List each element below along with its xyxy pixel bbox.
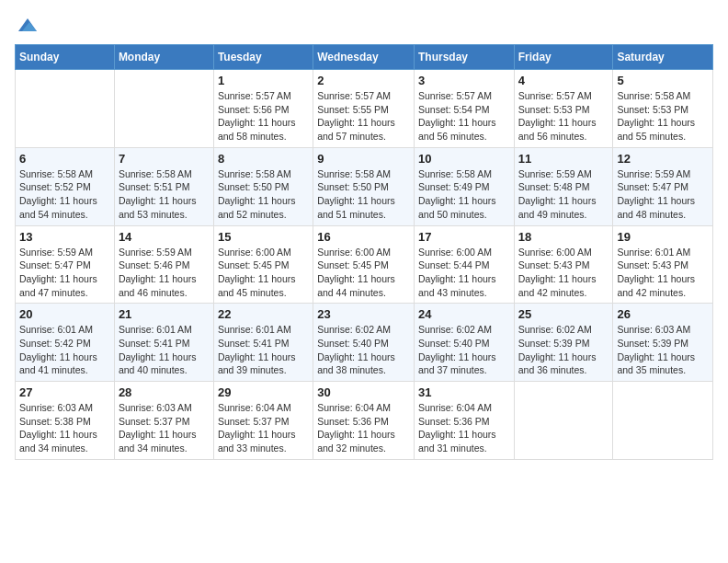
day-number: 9 (317, 152, 410, 166)
day-info: Sunrise: 5:58 AMSunset: 5:52 PMDaylight:… (19, 167, 110, 222)
day-info: Sunrise: 5:57 AMSunset: 5:53 PMDaylight:… (518, 89, 609, 144)
calendar-cell: 11Sunrise: 5:59 AMSunset: 5:48 PMDayligh… (514, 147, 613, 225)
day-info: Sunrise: 6:01 AMSunset: 5:41 PMDaylight:… (218, 323, 309, 377)
day-number: 17 (418, 230, 510, 244)
day-info: Sunrise: 5:57 AMSunset: 5:54 PMDaylight:… (418, 89, 510, 144)
day-info: Sunrise: 6:02 AMSunset: 5:39 PMDaylight:… (518, 323, 609, 377)
calendar-week-row: 27Sunrise: 6:03 AMSunset: 5:38 PMDayligh… (16, 382, 713, 460)
day-number: 15 (218, 230, 309, 244)
day-number: 30 (317, 385, 410, 399)
day-info: Sunrise: 6:01 AMSunset: 5:41 PMDaylight:… (119, 323, 210, 377)
day-info: Sunrise: 6:04 AMSunset: 5:36 PMDaylight:… (317, 401, 410, 455)
day-info: Sunrise: 6:00 AMSunset: 5:43 PMDaylight:… (518, 246, 609, 300)
day-number: 25 (518, 307, 609, 321)
header-monday: Monday (114, 45, 213, 70)
day-number: 7 (119, 152, 210, 166)
day-info: Sunrise: 6:04 AMSunset: 5:37 PMDaylight:… (218, 401, 309, 455)
day-number: 13 (19, 230, 110, 244)
day-number: 26 (617, 307, 709, 321)
day-info: Sunrise: 5:58 AMSunset: 5:50 PMDaylight:… (317, 167, 410, 222)
day-info: Sunrise: 5:58 AMSunset: 5:51 PMDaylight:… (119, 167, 210, 222)
day-info: Sunrise: 6:03 AMSunset: 5:37 PMDaylight:… (119, 401, 210, 455)
calendar-cell (613, 382, 713, 460)
header-thursday: Thursday (414, 45, 514, 70)
calendar-cell (114, 70, 213, 148)
calendar-table: SundayMondayTuesdayWednesdayThursdayFrid… (15, 44, 713, 460)
day-info: Sunrise: 5:58 AMSunset: 5:49 PMDaylight:… (418, 167, 510, 222)
day-number: 31 (418, 385, 510, 399)
day-number: 11 (518, 152, 609, 166)
day-number: 6 (19, 152, 110, 166)
day-info: Sunrise: 6:01 AMSunset: 5:43 PMDaylight:… (617, 246, 709, 300)
day-number: 18 (518, 230, 609, 244)
day-info: Sunrise: 5:58 AMSunset: 5:50 PMDaylight:… (218, 167, 309, 222)
calendar-cell: 26Sunrise: 6:03 AMSunset: 5:39 PMDayligh… (613, 304, 713, 382)
day-info: Sunrise: 6:02 AMSunset: 5:40 PMDaylight:… (317, 323, 410, 377)
calendar-cell: 24Sunrise: 6:02 AMSunset: 5:40 PMDayligh… (414, 304, 514, 382)
header-friday: Friday (514, 45, 613, 70)
calendar-cell: 8Sunrise: 5:58 AMSunset: 5:50 PMDaylight… (213, 147, 313, 225)
day-info: Sunrise: 5:57 AMSunset: 5:55 PMDaylight:… (317, 89, 410, 144)
calendar-cell: 3Sunrise: 5:57 AMSunset: 5:54 PMDaylight… (414, 70, 514, 148)
calendar-cell: 25Sunrise: 6:02 AMSunset: 5:39 PMDayligh… (514, 304, 613, 382)
calendar-cell: 5Sunrise: 5:58 AMSunset: 5:53 PMDaylight… (613, 70, 713, 148)
calendar-cell: 22Sunrise: 6:01 AMSunset: 5:41 PMDayligh… (213, 304, 313, 382)
calendar-cell: 4Sunrise: 5:57 AMSunset: 5:53 PMDaylight… (514, 70, 613, 148)
calendar-week-row: 6Sunrise: 5:58 AMSunset: 5:52 PMDaylight… (16, 147, 713, 225)
calendar-cell: 23Sunrise: 6:02 AMSunset: 5:40 PMDayligh… (313, 304, 415, 382)
day-info: Sunrise: 5:59 AMSunset: 5:48 PMDaylight:… (518, 167, 609, 222)
day-number: 1 (218, 74, 309, 87)
day-info: Sunrise: 5:59 AMSunset: 5:47 PMDaylight:… (617, 167, 709, 222)
day-number: 12 (617, 152, 709, 166)
calendar-cell: 15Sunrise: 6:00 AMSunset: 5:45 PMDayligh… (213, 225, 313, 304)
day-info: Sunrise: 6:03 AMSunset: 5:38 PMDaylight:… (19, 401, 110, 455)
calendar-cell: 30Sunrise: 6:04 AMSunset: 5:36 PMDayligh… (313, 382, 415, 460)
calendar-cell: 14Sunrise: 5:59 AMSunset: 5:46 PMDayligh… (114, 225, 213, 304)
calendar-cell: 19Sunrise: 6:01 AMSunset: 5:43 PMDayligh… (613, 225, 713, 304)
day-number: 23 (317, 307, 410, 321)
calendar-cell: 9Sunrise: 5:58 AMSunset: 5:50 PMDaylight… (313, 147, 415, 225)
calendar-cell: 2Sunrise: 5:57 AMSunset: 5:55 PMDaylight… (313, 70, 415, 148)
calendar-cell: 13Sunrise: 5:59 AMSunset: 5:47 PMDayligh… (16, 225, 115, 304)
day-info: Sunrise: 5:59 AMSunset: 5:47 PMDaylight:… (19, 246, 110, 300)
day-number: 29 (218, 385, 309, 399)
day-number: 24 (418, 307, 510, 321)
day-number: 3 (418, 74, 510, 87)
calendar-cell: 12Sunrise: 5:59 AMSunset: 5:47 PMDayligh… (613, 147, 713, 225)
header-saturday: Saturday (613, 45, 713, 70)
calendar-week-row: 1Sunrise: 5:57 AMSunset: 5:56 PMDaylight… (16, 70, 713, 148)
day-number: 21 (119, 307, 210, 321)
calendar-cell: 16Sunrise: 6:00 AMSunset: 5:45 PMDayligh… (313, 225, 415, 304)
header-sunday: Sunday (16, 45, 115, 70)
day-number: 28 (119, 385, 210, 399)
calendar-cell: 27Sunrise: 6:03 AMSunset: 5:38 PMDayligh… (16, 382, 115, 460)
header-wednesday: Wednesday (313, 45, 415, 70)
calendar-cell: 28Sunrise: 6:03 AMSunset: 5:37 PMDayligh… (114, 382, 213, 460)
logo (15, 15, 39, 37)
day-info: Sunrise: 5:58 AMSunset: 5:53 PMDaylight:… (617, 89, 709, 144)
calendar-header-row: SundayMondayTuesdayWednesdayThursdayFrid… (16, 45, 713, 70)
day-info: Sunrise: 6:00 AMSunset: 5:44 PMDaylight:… (418, 246, 510, 300)
calendar-cell: 29Sunrise: 6:04 AMSunset: 5:37 PMDayligh… (213, 382, 313, 460)
calendar-cell: 10Sunrise: 5:58 AMSunset: 5:49 PMDayligh… (414, 147, 514, 225)
day-number: 19 (617, 230, 709, 244)
day-number: 8 (218, 152, 309, 166)
calendar-week-row: 20Sunrise: 6:01 AMSunset: 5:42 PMDayligh… (16, 304, 713, 382)
calendar-cell: 17Sunrise: 6:00 AMSunset: 5:44 PMDayligh… (414, 225, 514, 304)
day-number: 20 (19, 307, 110, 321)
calendar-cell: 6Sunrise: 5:58 AMSunset: 5:52 PMDaylight… (16, 147, 115, 225)
calendar-cell (514, 382, 613, 460)
day-number: 16 (317, 230, 410, 244)
calendar-cell: 20Sunrise: 6:01 AMSunset: 5:42 PMDayligh… (16, 304, 115, 382)
day-info: Sunrise: 6:03 AMSunset: 5:39 PMDaylight:… (617, 323, 709, 377)
day-number: 2 (317, 74, 410, 87)
day-number: 4 (518, 74, 609, 87)
calendar-cell: 1Sunrise: 5:57 AMSunset: 5:56 PMDaylight… (213, 70, 313, 148)
calendar-cell (16, 70, 115, 148)
calendar-cell: 18Sunrise: 6:00 AMSunset: 5:43 PMDayligh… (514, 225, 613, 304)
day-info: Sunrise: 6:01 AMSunset: 5:42 PMDaylight:… (19, 323, 110, 377)
page-header (15, 15, 713, 37)
day-number: 22 (218, 307, 309, 321)
day-info: Sunrise: 6:02 AMSunset: 5:40 PMDaylight:… (418, 323, 510, 377)
logo-icon (17, 15, 39, 37)
